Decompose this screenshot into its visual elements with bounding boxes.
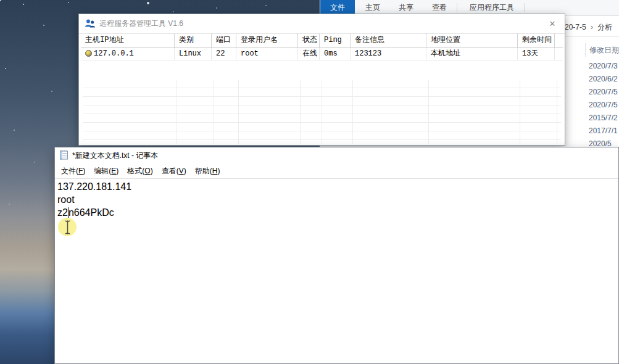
notepad-menubar: 文件(F) 编辑(E) 格式(O) 查看(V) 帮助(H)	[55, 163, 618, 179]
notepad-window-title: *新建文本文档.txt - 记事本	[72, 151, 158, 161]
server-row[interactable]: 127.0.0.1 Linux 22 root 在线 0ms 123123 本机…	[81, 48, 563, 60]
tool-window-title: 远程服务器管理工具 V1.6	[99, 14, 183, 33]
cell-note[interactable]: 123123	[351, 48, 426, 60]
col-status[interactable]: 状态	[298, 33, 320, 48]
cell-filler	[555, 48, 563, 60]
cell-status[interactable]: 在线	[298, 48, 320, 60]
tab-separator	[457, 3, 457, 12]
col-time-left[interactable]: 剩余时间	[518, 33, 555, 48]
cell-location[interactable]: 本机地址	[426, 48, 518, 60]
breadcrumb: 20-7-5›分析	[565, 19, 612, 36]
tab-separator	[524, 3, 525, 12]
file-row-date[interactable]: 2015/7/2	[589, 112, 618, 125]
grid-vline	[557, 80, 557, 144]
file-row-date[interactable]: 2017/7/1	[589, 125, 618, 138]
grid-vline	[352, 80, 353, 144]
server-status-ball-icon	[85, 50, 92, 57]
notepad-window: *新建文本文档.txt - 记事本 文件(F) 编辑(E) 格式(O) 查看(V…	[54, 147, 619, 364]
file-row-date[interactable]: 2020/7/5	[589, 86, 618, 99]
file-date-list: 2020/7/3 2020/6/2 2020/7/5 2020/7/5 2015…	[589, 60, 618, 151]
col-category[interactable]: 类别	[175, 33, 212, 48]
close-icon[interactable]: ✕	[547, 19, 558, 30]
grid-vline	[520, 80, 520, 144]
wallpaper-stars	[0, 0, 1, 1]
col-ip[interactable]: 主机IP地址	[81, 33, 175, 48]
menu-edit[interactable]: 编辑(E)	[89, 165, 123, 177]
col-port[interactable]: 端口	[212, 33, 236, 48]
col-filler	[555, 33, 563, 48]
menu-help[interactable]: 帮助(H)	[191, 165, 225, 177]
server-table-header: 主机IP地址 类别 端口 登录用户名 状态 Ping 备注信息 地理位置 剩余时…	[81, 33, 563, 48]
col-username[interactable]: 登录用户名	[236, 33, 298, 48]
file-row-date[interactable]: 2020/7/5	[589, 99, 618, 112]
col-location[interactable]: 地理位置	[426, 33, 518, 48]
menu-format[interactable]: 格式(O)	[123, 165, 157, 177]
breadcrumb-current[interactable]: 分析	[597, 23, 612, 31]
cell-ping[interactable]: 0ms	[320, 48, 351, 60]
col-note[interactable]: 备注信息	[351, 33, 426, 48]
grid-vline	[238, 80, 239, 144]
grid-vline	[214, 80, 214, 144]
cell-category[interactable]: Linux	[175, 48, 212, 60]
app-users-icon	[85, 19, 96, 31]
empty-rows-grid	[83, 80, 561, 144]
breadcrumb-parent[interactable]: 20-7-5	[565, 23, 586, 31]
server-table: 主机IP地址 类别 端口 登录用户名 状态 Ping 备注信息 地理位置 剩余时…	[81, 33, 563, 144]
column-header-date-modified[interactable]: 修改日期	[585, 43, 619, 57]
text-line-1: 137.220.181.141	[57, 180, 618, 193]
cell-username[interactable]: root	[236, 48, 298, 60]
menu-view[interactable]: 查看(V)	[157, 165, 191, 177]
text-line-2: root	[57, 193, 618, 206]
breadcrumb-separator-icon: ›	[591, 22, 593, 31]
file-row-date[interactable]: 2020/6/2	[589, 73, 618, 86]
grid-vline	[322, 80, 322, 144]
grid-vline	[300, 80, 301, 144]
tool-titlebar[interactable]: 远程服务器管理工具 V1.6 ✕	[79, 14, 565, 34]
menu-file[interactable]: 文件(F)	[57, 165, 89, 177]
cell-time-left[interactable]: 13天	[518, 48, 555, 60]
remote-server-tool-window: 远程服务器管理工具 V1.6 ✕ 主机IP地址 类别 端口 登录用户名 状态 P…	[78, 14, 565, 146]
text-line-3: z2n664PkDc	[57, 206, 618, 219]
col-ping[interactable]: Ping	[320, 33, 351, 48]
grid-vline	[428, 80, 429, 144]
file-row-date[interactable]: 2020/7/3	[589, 60, 618, 73]
grid-vline	[177, 80, 177, 144]
cell-ip[interactable]: 127.0.0.1	[81, 48, 175, 60]
notepad-icon	[59, 150, 69, 162]
cell-port[interactable]: 22	[212, 48, 236, 60]
notepad-titlebar[interactable]: *新建文本文档.txt - 记事本	[55, 147, 618, 163]
notepad-text-area[interactable]: 137.220.181.141 root z2n664PkDc	[55, 179, 618, 304]
